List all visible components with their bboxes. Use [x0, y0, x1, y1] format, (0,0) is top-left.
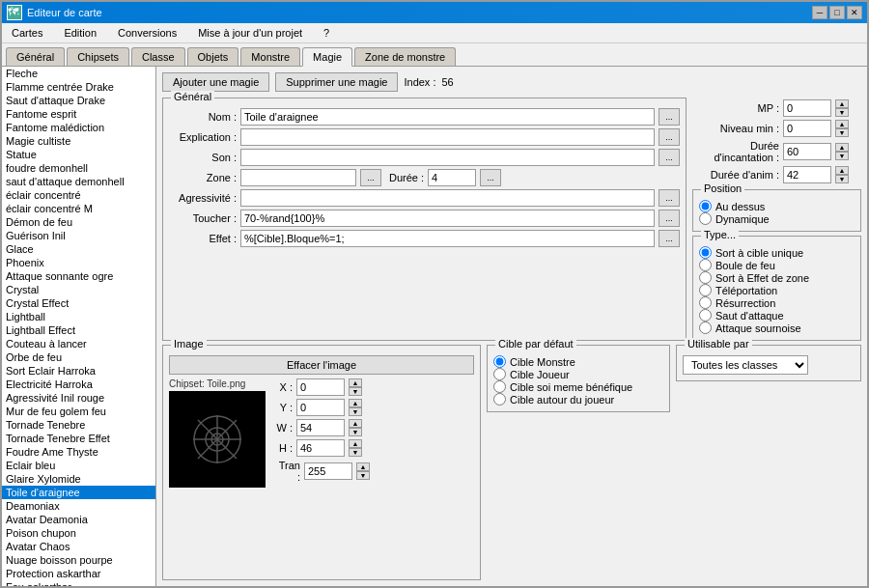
remove-magic-button[interactable]: Supprimer une magie: [275, 72, 398, 92]
list-item[interactable]: Foudre Ame Thyste: [2, 445, 155, 459]
niveau-spinner[interactable]: ▲ ▼: [835, 120, 849, 137]
agressivite-input[interactable]: [240, 189, 655, 207]
x-up-btn[interactable]: ▲: [349, 378, 362, 387]
toucher-browse-btn[interactable]: ...: [659, 210, 680, 227]
duree-incant-input[interactable]: [783, 143, 831, 160]
list-item[interactable]: Avatar Chaos: [2, 540, 155, 553]
niveau-down-btn[interactable]: ▼: [835, 128, 849, 137]
effacer-image-button[interactable]: Effacer l'image: [169, 355, 474, 375]
w-down-btn[interactable]: ▼: [349, 428, 362, 436]
tran-up-btn[interactable]: ▲: [356, 462, 370, 471]
type-boule-feu-radio[interactable]: [699, 259, 712, 271]
list-item[interactable]: Electricité Harroka: [2, 378, 155, 391]
x-input[interactable]: [296, 378, 345, 396]
duree-incant-down-btn[interactable]: ▼: [835, 152, 849, 160]
list-item[interactable]: foudre demonhell: [2, 161, 155, 175]
list-item[interactable]: Magie cultiste: [2, 134, 155, 148]
duree-anim-input[interactable]: [783, 166, 831, 183]
list-item[interactable]: Couteau à lancer: [2, 337, 155, 350]
mp-input[interactable]: [783, 99, 831, 117]
list-item[interactable]: Attaque sonnante ogre: [2, 269, 155, 283]
explication-input[interactable]: [240, 128, 655, 146]
effet-browse-btn[interactable]: ...: [659, 230, 680, 247]
duree-anim-down-btn[interactable]: ▼: [835, 175, 849, 183]
nom-input[interactable]: [240, 108, 655, 126]
list-item[interactable]: Protection askarthar: [2, 567, 155, 580]
list-item[interactable]: Orbe de feu: [2, 350, 155, 364]
list-item-selected[interactable]: Toile d'araignee: [2, 486, 155, 499]
list-item[interactable]: Tornade Tenebre: [2, 418, 155, 432]
close-button[interactable]: ✕: [847, 6, 862, 19]
list-item[interactable]: Mur de feu golem feu: [2, 405, 155, 418]
agressivite-browse-btn[interactable]: ...: [659, 189, 680, 207]
tran-spinner[interactable]: ▲ ▼: [356, 462, 370, 480]
list-item[interactable]: Guérison Inil: [2, 229, 155, 242]
list-item[interactable]: Poison chupon: [2, 526, 155, 540]
h-input[interactable]: [296, 439, 345, 457]
type-saut-attaque-radio[interactable]: [699, 309, 712, 322]
type-attaque-sournoise-radio[interactable]: [699, 322, 712, 334]
duree-incant-up-btn[interactable]: ▲: [835, 143, 849, 152]
zone-input[interactable]: [240, 169, 356, 186]
list-item[interactable]: Feu askarthar: [2, 580, 155, 586]
list-item[interactable]: Lightball: [2, 310, 155, 323]
tab-zone-monstre[interactable]: Zone de monstre: [354, 47, 456, 66]
zone-extra-btn[interactable]: ...: [480, 169, 501, 186]
tab-magie[interactable]: Magie: [302, 47, 352, 67]
toucher-input[interactable]: [240, 210, 655, 227]
y-down-btn[interactable]: ▼: [349, 407, 362, 416]
position-au-dessus-radio[interactable]: [699, 200, 712, 212]
mp-down-btn[interactable]: ▼: [835, 108, 849, 117]
type-resurrection-radio[interactable]: [699, 296, 712, 309]
x-down-btn[interactable]: ▼: [349, 387, 362, 396]
cible-autour-radio[interactable]: [493, 393, 506, 406]
list-item[interactable]: Saut d'attaque Drake: [2, 94, 155, 107]
list-item[interactable]: Glaire Xylomide: [2, 472, 155, 486]
list-item[interactable]: Démon de feu: [2, 215, 155, 229]
list-item[interactable]: Fleche: [2, 67, 155, 80]
maximize-button[interactable]: □: [829, 6, 845, 19]
list-item[interactable]: Deamoniax: [2, 499, 155, 513]
tab-general[interactable]: Général: [6, 47, 65, 66]
menu-edition[interactable]: Edition: [58, 25, 102, 41]
cible-joueur-radio[interactable]: [493, 368, 506, 380]
h-up-btn[interactable]: ▲: [349, 439, 362, 448]
niveau-up-btn[interactable]: ▲: [835, 120, 849, 128]
menu-conversions[interactable]: Conversions: [112, 25, 182, 41]
list-item[interactable]: Nuage boisson pourpe: [2, 553, 155, 567]
list-item[interactable]: Phoenix: [2, 256, 155, 269]
list-item[interactable]: Sort Eclair Harroka: [2, 364, 155, 378]
list-item[interactable]: Statue: [2, 148, 155, 161]
cible-soi-meme-radio[interactable]: [493, 380, 506, 393]
list-item[interactable]: Crystal: [2, 283, 155, 296]
list-item[interactable]: éclair concentré M: [2, 202, 155, 215]
list-item[interactable]: Lightball Effect: [2, 323, 155, 337]
w-input[interactable]: [296, 419, 345, 436]
duree-anim-up-btn[interactable]: ▲: [835, 166, 849, 175]
duree-anim-spinner[interactable]: ▲ ▼: [835, 166, 849, 183]
tran-input[interactable]: [304, 462, 352, 480]
list-item[interactable]: Fantome malédiction: [2, 121, 155, 134]
utilisable-dropdown[interactable]: Toutes les classes: [683, 355, 808, 375]
duree-input[interactable]: [428, 169, 476, 186]
h-down-btn[interactable]: ▼: [349, 448, 362, 457]
mp-up-btn[interactable]: ▲: [835, 99, 849, 108]
y-up-btn[interactable]: ▲: [349, 399, 362, 407]
tab-classe[interactable]: Classe: [131, 47, 185, 66]
mp-spinner[interactable]: ▲ ▼: [835, 99, 849, 117]
tab-chipsets[interactable]: Chipsets: [67, 47, 129, 66]
x-spinner[interactable]: ▲ ▼: [349, 378, 362, 396]
list-item[interactable]: éclair concentré: [2, 188, 155, 202]
duree-incant-spinner[interactable]: ▲ ▼: [835, 143, 849, 160]
y-input[interactable]: [296, 399, 345, 416]
menu-cartes[interactable]: Cartes: [6, 25, 48, 41]
type-teleportation-radio[interactable]: [699, 284, 712, 296]
list-item[interactable]: Fantome esprit: [2, 107, 155, 121]
type-sort-cible-radio[interactable]: [699, 246, 712, 259]
list-item[interactable]: Flamme centrée Drake: [2, 80, 155, 94]
list-item[interactable]: Crystal Effect: [2, 296, 155, 310]
nom-browse-btn[interactable]: ...: [659, 108, 680, 126]
w-up-btn[interactable]: ▲: [349, 419, 362, 428]
list-item[interactable]: Glace: [2, 242, 155, 256]
list-item[interactable]: Tornade Tenebre Effet: [2, 432, 155, 445]
